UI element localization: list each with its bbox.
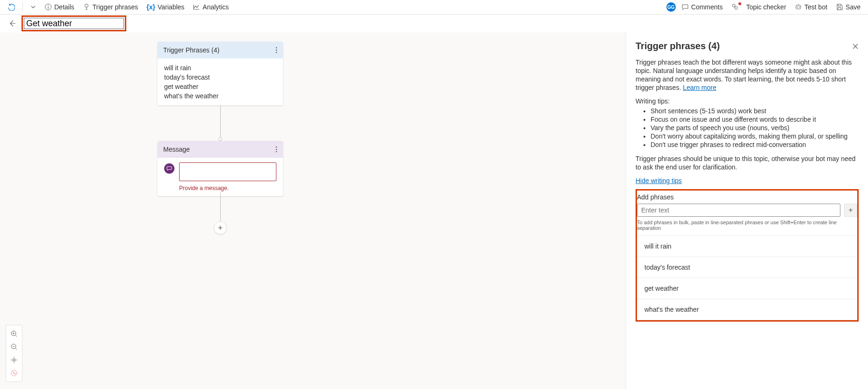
trigger-node-body: will it rain today's forecast get weathe… [158,59,283,105]
test-bot-label: Test bot [804,3,827,11]
message-node-header: Message [158,141,283,158]
more-dropdown[interactable] [28,2,39,12]
message-icon [164,163,174,174]
phrase-row[interactable]: will it rain [637,236,857,257]
phrase-list: will it rain today's forecast get weathe… [637,235,857,320]
svg-rect-6 [796,5,801,9]
zoom-in-button[interactable] [10,330,18,338]
add-phrases-label: Add phrases [637,193,857,201]
tip-item: Don't worry about capitalizing words, ma… [651,132,859,140]
variables-icon: {x} [146,3,155,11]
panel-intro: Trigger phrases teach the bot different … [636,58,859,92]
tip-item: Don't use trigger phrases to redirect mi… [651,140,859,149]
learn-more-link[interactable]: Learn more [683,84,716,91]
zoom-controls [6,325,22,382]
svg-point-7 [797,7,798,7]
topic-name-input[interactable] [24,18,124,29]
undo-icon [7,3,15,11]
add-node-button[interactable]: + [214,221,227,235]
panel-close-button[interactable] [852,43,859,50]
message-node[interactable]: Message Provide a message. [158,141,283,196]
top-toolbar: Details Trigger phrases {x} Variables An… [0,0,868,15]
phrase-row[interactable]: today's forecast [637,257,857,278]
bot-icon [795,3,802,11]
trigger-icon [83,3,90,11]
phrase-text: what's the weather [164,91,276,101]
svg-point-1 [48,5,49,6]
svg-point-10 [276,50,277,51]
phrase-row[interactable]: what's the weather [637,299,857,320]
save-button[interactable]: Save [833,1,863,13]
phrase-text: today's forecast [164,73,276,82]
svg-rect-2 [48,7,48,9]
reset-view-button[interactable] [10,369,18,377]
details-label: Details [54,3,74,11]
analytics-icon [193,3,200,11]
add-phrase-button[interactable]: + [844,204,857,217]
connector-line [220,192,221,221]
save-icon [836,3,843,11]
authoring-canvas[interactable]: Trigger Phrases (4) will it rain today's… [0,32,626,389]
trigger-label: Trigger phrases [93,3,138,11]
tip-item: Short sentences (5-15 words) work best [651,107,859,115]
phrase-row[interactable]: get weather [637,278,857,299]
connector-dot [218,137,222,141]
hide-tips-link[interactable]: Hide writing tips [636,177,859,184]
tip-item: Vary the parts of speech you use (nouns,… [651,124,859,132]
svg-point-18 [14,360,14,360]
panel-title-row: Trigger phrases (4) [636,41,859,51]
message-node-menu[interactable] [275,146,277,153]
analytics-button[interactable]: Analytics [190,1,231,13]
test-bot-button[interactable]: Test bot [792,1,830,13]
message-node-body [158,158,283,188]
trigger-phrases-panel: Trigger phrases (4) Trigger phrases teac… [626,32,868,389]
undo-button[interactable] [5,1,18,13]
bulk-hint: To add phrases in bulk, paste in line-se… [637,220,857,231]
topic-checker-label: Topic checker [746,3,786,11]
trigger-phrases-button[interactable]: Trigger phrases [80,1,141,13]
tip-item: Focus on one issue and use different wor… [651,115,859,124]
toolbar-right: GG Comments Topic checker Test bot Save [666,1,863,13]
title-row [0,15,868,32]
tips-list: Short sentences (5-15 words) work best F… [636,107,859,149]
user-avatar[interactable]: GG [666,2,676,12]
comments-label: Comments [691,3,723,11]
connector-line [220,105,221,137]
panel-intro2: Trigger phrases should be unique to this… [636,154,859,171]
variables-button[interactable]: {x} Variables [144,1,187,13]
svg-point-12 [276,147,277,148]
svg-point-11 [276,52,277,53]
trigger-node-title: Trigger Phrases (4) [163,46,219,54]
add-phrases-highlight: Add phrases + To add phrases in bulk, pa… [636,189,859,322]
add-phrase-row: + [637,204,857,217]
analytics-label: Analytics [203,3,229,11]
tips-title: Writing tips: [636,97,859,105]
message-error-text: Provide a message. [179,185,283,196]
topic-checker-button[interactable]: Topic checker [728,1,789,13]
message-node-title: Message [163,146,190,153]
toolbar-left: Details Trigger phrases {x} Variables An… [5,1,231,13]
trigger-phrases-node[interactable]: Trigger Phrases (4) will it rain today's… [158,42,283,105]
svg-point-3 [85,4,88,7]
save-label: Save [846,3,861,11]
phrase-text: get weather [164,82,276,91]
trigger-node-menu[interactable] [275,47,277,53]
svg-point-9 [276,47,277,49]
topic-name-highlight [22,15,126,31]
svg-point-8 [799,7,800,7]
trigger-node-header: Trigger Phrases (4) [158,42,283,59]
svg-point-14 [276,151,277,153]
svg-point-13 [276,149,277,150]
info-icon [44,3,52,11]
message-text-input[interactable] [179,162,276,181]
alert-dot-icon [738,2,741,5]
zoom-out-button[interactable] [10,343,18,351]
back-button[interactable] [8,20,16,27]
variables-label: Variables [158,3,184,11]
chevron-down-icon [30,4,36,10]
topic-checker-icon [731,3,738,11]
details-button[interactable]: Details [42,1,77,13]
fit-view-button[interactable] [10,356,18,364]
add-phrase-input[interactable] [637,204,840,217]
comments-button[interactable]: Comments [679,1,726,13]
